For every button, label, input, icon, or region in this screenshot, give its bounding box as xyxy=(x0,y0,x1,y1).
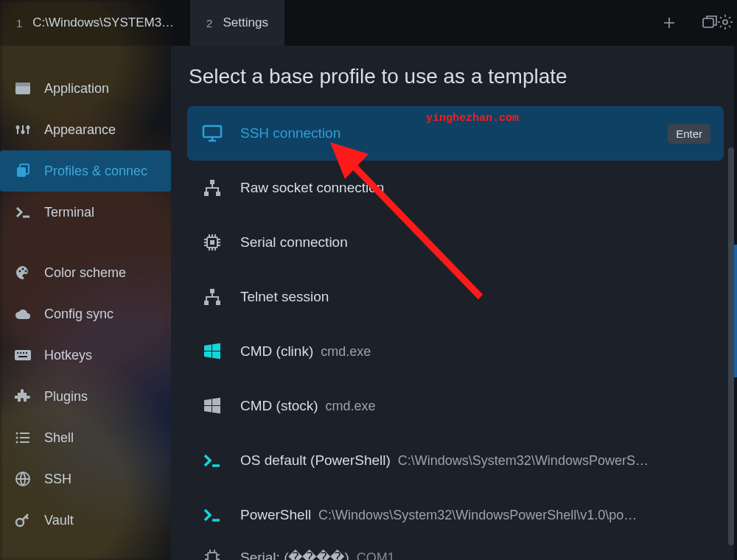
svg-marker-39 xyxy=(212,406,220,413)
network-icon xyxy=(200,179,224,197)
new-tab-icon[interactable] xyxy=(662,15,677,30)
svg-rect-13 xyxy=(17,352,18,354)
prompt-icon xyxy=(200,453,224,468)
profile-option-telnet[interactable]: Telnet session xyxy=(187,270,724,324)
svg-rect-26 xyxy=(216,192,220,196)
svg-point-9 xyxy=(19,270,21,273)
palette-icon xyxy=(13,265,32,281)
svg-rect-7 xyxy=(17,167,26,177)
profile-subtitle: COM1 xyxy=(357,550,395,561)
window-icon xyxy=(13,82,32,95)
svg-point-10 xyxy=(22,268,24,270)
profile-option-serial-com1[interactable]: Serial: (����) COM1 xyxy=(187,542,724,560)
sidebar-item-plugins[interactable]: Plugins xyxy=(0,376,171,417)
svg-point-6 xyxy=(27,126,30,130)
tab-terminal[interactable]: 1 C:\Windows\SYSTEM3… xyxy=(0,0,190,46)
sidebar-item-label: Plugins xyxy=(44,389,88,405)
tab-settings[interactable]: 2 Settings xyxy=(190,0,284,46)
sidebar-item-shell[interactable]: Shell xyxy=(0,417,171,458)
profile-list-scrollbar[interactable] xyxy=(728,147,734,545)
sidebar-item-vault[interactable]: Vault xyxy=(0,500,171,541)
windows-logo-icon xyxy=(200,342,224,361)
profile-title: CMD (stock) xyxy=(240,398,318,414)
tab-bar: 1 C:\Windows\SYSTEM3… 2 Settings xyxy=(0,0,737,46)
network-icon xyxy=(200,288,224,306)
cloud-icon xyxy=(13,307,32,321)
profile-option-serial[interactable]: Serial connection xyxy=(187,215,724,270)
svg-rect-15 xyxy=(23,352,24,354)
svg-rect-16 xyxy=(26,352,27,354)
monitor-icon xyxy=(200,125,224,142)
profile-option-powershell[interactable]: PowerShell C:\Windows\System32\WindowsPo… xyxy=(187,488,724,542)
profile-subtitle: C:\Windows\System32\WindowsPowerS… xyxy=(398,453,649,469)
enter-key-badge: Enter xyxy=(668,124,710,144)
svg-rect-40 xyxy=(208,553,217,560)
svg-marker-32 xyxy=(204,345,212,351)
profile-title: SSH connection xyxy=(240,125,340,141)
profile-list: SSH connection Enter Raw socket connecti… xyxy=(187,106,724,560)
profile-option-cmd-clink[interactable]: CMD (clink) cmd.exe xyxy=(187,324,724,379)
sidebar-item-ssh[interactable]: SSH xyxy=(0,458,171,500)
svg-rect-12 xyxy=(15,350,31,360)
profile-title: OS default (PowerShell) xyxy=(240,452,391,469)
puzzle-icon xyxy=(13,388,32,405)
svg-rect-0 xyxy=(703,18,713,27)
sidebar-separator xyxy=(0,233,171,252)
svg-rect-17 xyxy=(18,356,27,357)
sidebar-item-colorscheme[interactable]: Color scheme xyxy=(0,252,171,293)
sidebar-item-terminal[interactable]: Terminal xyxy=(0,192,171,233)
profile-subtitle: C:\Windows\System32\WindowsPowerShell\v1… xyxy=(318,508,637,523)
profile-template-picker: Select a base profile to use as a templa… xyxy=(171,46,734,560)
copy-icon xyxy=(13,164,32,178)
sidebar-item-label: Terminal xyxy=(44,205,94,220)
settings-gear-icon[interactable] xyxy=(716,13,734,31)
globe-icon xyxy=(13,471,32,487)
sidebar-item-appearance[interactable]: Appearance xyxy=(0,109,171,150)
svg-rect-30 xyxy=(204,301,209,305)
profile-title: Serial connection xyxy=(240,234,348,251)
svg-marker-36 xyxy=(204,399,212,406)
list-icon xyxy=(13,431,32,444)
tab-index: 1 xyxy=(16,17,22,29)
profile-option-raw-socket[interactable]: Raw socket connection xyxy=(187,161,724,215)
sidebar-item-application[interactable]: Application xyxy=(0,68,171,109)
svg-point-4 xyxy=(16,126,20,130)
svg-point-18 xyxy=(16,433,18,435)
sidebar-item-hotkeys[interactable]: Hotkeys xyxy=(0,335,171,376)
sidebar-item-label: Application xyxy=(44,81,109,97)
sliders-icon xyxy=(13,122,32,137)
profile-title: PowerShell xyxy=(240,507,311,523)
profile-title: Raw socket connection xyxy=(240,180,384,196)
modal-title: Select a base profile to use as a templa… xyxy=(187,62,724,105)
windows-logo-icon xyxy=(200,396,224,416)
svg-marker-37 xyxy=(212,398,220,405)
main-area: Application Appearance Profiles & connec… xyxy=(0,46,737,560)
sidebar-item-label: Profiles & connec xyxy=(44,164,147,179)
profile-title: CMD (clink) xyxy=(240,343,313,360)
svg-rect-25 xyxy=(204,192,209,196)
profile-option-os-default-powershell[interactable]: OS default (PowerShell) C:\Windows\Syste… xyxy=(187,433,724,488)
svg-rect-31 xyxy=(216,301,220,305)
tab-label: Settings xyxy=(223,15,268,30)
tab-label: C:\Windows\SYSTEM3… xyxy=(32,15,174,30)
profile-option-ssh[interactable]: SSH connection Enter xyxy=(187,106,724,161)
profile-subtitle: cmd.exe xyxy=(321,344,371,360)
sidebar-item-profiles[interactable]: Profiles & connec xyxy=(0,150,171,192)
svg-point-1 xyxy=(723,20,727,24)
svg-rect-28 xyxy=(210,240,214,245)
profile-title: Telnet session xyxy=(240,289,329,305)
key-icon xyxy=(13,512,32,528)
svg-point-20 xyxy=(16,441,18,444)
keyboard-icon xyxy=(13,349,32,361)
windows-icon[interactable] xyxy=(702,15,718,30)
sidebar-item-label: Config sync xyxy=(44,307,113,322)
svg-point-11 xyxy=(25,270,27,273)
svg-marker-35 xyxy=(212,351,220,359)
sidebar-item-configsync[interactable]: Config sync xyxy=(0,293,171,335)
tab-index: 2 xyxy=(206,17,212,29)
svg-point-5 xyxy=(21,130,25,134)
svg-marker-33 xyxy=(212,343,220,351)
svg-rect-29 xyxy=(210,289,214,293)
profile-option-cmd-stock[interactable]: CMD (stock) cmd.exe xyxy=(187,379,724,433)
sidebar-item-label: Shell xyxy=(44,430,74,446)
